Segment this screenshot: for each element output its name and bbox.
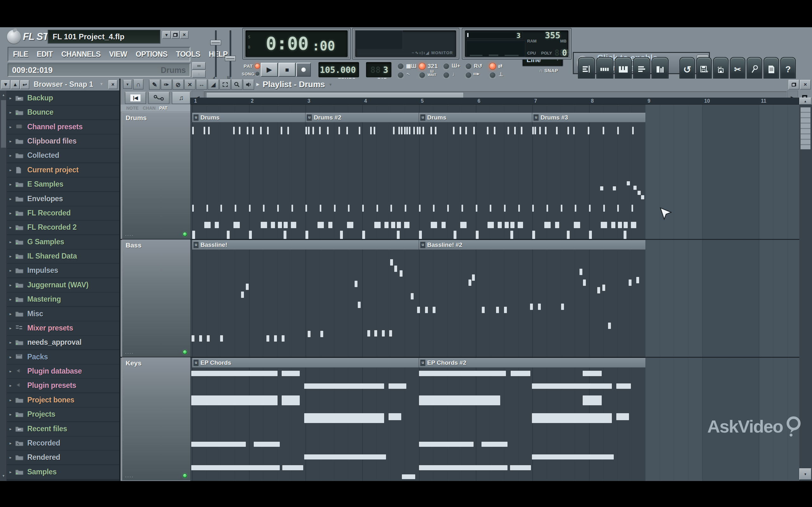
note[interactable] bbox=[308, 331, 310, 337]
note[interactable] bbox=[397, 222, 401, 228]
countdown-play-led[interactable] bbox=[465, 72, 472, 78]
typing-keyboard-icon[interactable]: ▦Ш bbox=[406, 63, 416, 69]
note[interactable] bbox=[482, 307, 485, 313]
note[interactable] bbox=[602, 285, 605, 291]
chevron-down-icon[interactable]: ▼ bbox=[328, 82, 333, 87]
note[interactable] bbox=[633, 186, 637, 190]
note[interactable] bbox=[419, 231, 422, 239]
mode-note[interactable]: NOTE bbox=[126, 106, 139, 111]
note[interactable] bbox=[510, 465, 531, 470]
project-notes-button[interactable] bbox=[763, 57, 779, 82]
note[interactable] bbox=[284, 231, 287, 239]
clip-drums-2[interactable]: uDrums #2 bbox=[305, 113, 419, 122]
note[interactable] bbox=[454, 231, 456, 239]
expand-chevron-icon[interactable]: ▸ bbox=[9, 139, 12, 144]
note[interactable] bbox=[319, 127, 321, 134]
expand-chevron-icon[interactable]: ▸ bbox=[9, 124, 12, 129]
expand-chevron-icon[interactable]: ▸ bbox=[9, 254, 12, 259]
maximize-button[interactable] bbox=[171, 31, 180, 39]
note[interactable] bbox=[532, 454, 614, 459]
expand-chevron-icon[interactable]: ▸ bbox=[9, 168, 12, 172]
browser-item-juggernaut-wav-[interactable]: ▸+Juggernaut (WAV) bbox=[7, 278, 119, 292]
note[interactable] bbox=[419, 395, 500, 405]
note[interactable] bbox=[347, 222, 353, 228]
step-link-icon[interactable]: ⇄ bbox=[498, 63, 502, 69]
note[interactable] bbox=[192, 335, 194, 342]
note[interactable] bbox=[304, 383, 384, 389]
note[interactable] bbox=[320, 331, 323, 337]
note[interactable] bbox=[425, 307, 428, 313]
note[interactable] bbox=[376, 205, 378, 212]
note[interactable] bbox=[617, 205, 619, 212]
note[interactable] bbox=[340, 231, 343, 239]
playlist-close-button[interactable]: × bbox=[800, 80, 811, 89]
browser-item-plugin-presets[interactable]: ▸Plugin presets bbox=[7, 379, 119, 393]
expand-chevron-icon[interactable]: ▸ bbox=[9, 96, 12, 101]
note[interactable] bbox=[514, 127, 516, 134]
menu-channels[interactable]: CHANNELS bbox=[61, 50, 101, 59]
note[interactable] bbox=[589, 205, 591, 212]
mode-chan[interactable]: CHAN bbox=[143, 106, 155, 111]
note[interactable] bbox=[453, 127, 455, 134]
browser-item-fl-recorded[interactable]: ▸+FL Recorded bbox=[7, 206, 119, 221]
note[interactable] bbox=[411, 293, 414, 299]
note[interactable] bbox=[611, 222, 615, 228]
playback-tool-button[interactable] bbox=[243, 79, 254, 90]
expand-chevron-icon[interactable]: ▸ bbox=[9, 268, 12, 273]
expand-chevron-icon[interactable]: ▸ bbox=[9, 153, 12, 158]
blend-notes-icon[interactable]: Ш+ bbox=[452, 63, 460, 69]
record-audio-button[interactable] bbox=[747, 57, 762, 82]
note[interactable] bbox=[419, 442, 473, 447]
note[interactable] bbox=[254, 442, 280, 447]
note[interactable] bbox=[278, 222, 282, 228]
note[interactable] bbox=[234, 222, 240, 228]
clip-ep-chords[interactable]: uEP Chords bbox=[192, 358, 419, 368]
save-new-version-button[interactable]: + bbox=[696, 57, 712, 82]
blend-notes-led[interactable] bbox=[443, 63, 450, 70]
browser-item-backup[interactable]: ▸↩Backup bbox=[7, 91, 119, 106]
note[interactable] bbox=[291, 222, 296, 228]
note[interactable] bbox=[339, 127, 340, 134]
note[interactable] bbox=[233, 127, 235, 134]
note[interactable] bbox=[556, 127, 558, 134]
note[interactable] bbox=[192, 231, 195, 239]
note[interactable] bbox=[374, 127, 375, 134]
note[interactable] bbox=[419, 465, 507, 470]
browser-close-button[interactable]: × bbox=[108, 80, 117, 89]
hint-bar-button[interactable]: ıııı bbox=[192, 62, 206, 69]
note[interactable] bbox=[370, 127, 372, 134]
note[interactable] bbox=[287, 127, 289, 134]
expand-chevron-icon[interactable]: ▸ bbox=[9, 182, 12, 187]
note[interactable] bbox=[490, 205, 491, 212]
note[interactable] bbox=[419, 371, 506, 376]
note[interactable] bbox=[616, 413, 629, 420]
note[interactable] bbox=[579, 269, 582, 275]
note[interactable] bbox=[260, 127, 262, 134]
track-activity-led[interactable] bbox=[183, 350, 187, 354]
snap-magnet-button[interactable]: ∩ bbox=[133, 79, 143, 89]
note[interactable] bbox=[461, 205, 463, 212]
browser-item-collected[interactable]: ▸Collected bbox=[7, 149, 119, 163]
undo-button[interactable]: ↺ bbox=[679, 57, 695, 82]
note[interactable] bbox=[317, 222, 324, 228]
note[interactable] bbox=[239, 127, 241, 134]
note[interactable] bbox=[355, 281, 357, 287]
note[interactable] bbox=[334, 205, 336, 212]
note[interactable] bbox=[362, 231, 365, 239]
note[interactable] bbox=[389, 330, 392, 337]
expand-chevron-icon[interactable]: ▸ bbox=[9, 196, 12, 201]
expand-chevron-icon[interactable]: ▸ bbox=[9, 340, 12, 345]
note[interactable] bbox=[600, 186, 603, 190]
expand-chevron-icon[interactable]: ▸ bbox=[9, 412, 12, 417]
note[interactable] bbox=[281, 127, 282, 134]
countdown-led[interactable] bbox=[419, 63, 426, 70]
menu-tools[interactable]: TOOLS bbox=[176, 50, 200, 59]
expand-chevron-icon[interactable]: ▸ bbox=[9, 326, 12, 331]
note[interactable] bbox=[328, 222, 333, 228]
expand-chevron-icon[interactable]: ▸ bbox=[9, 283, 12, 287]
piano-roll-button[interactable] bbox=[615, 57, 632, 82]
note[interactable] bbox=[532, 127, 534, 134]
note[interactable] bbox=[263, 205, 264, 212]
browser-item-mastering[interactable]: ▸+Mastering bbox=[7, 292, 119, 307]
note[interactable] bbox=[498, 222, 502, 228]
